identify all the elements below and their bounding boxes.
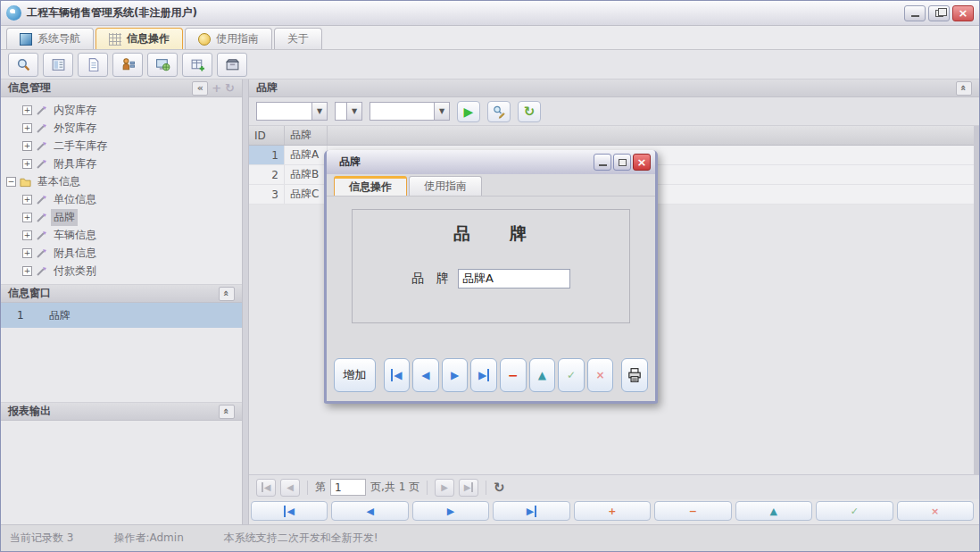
collapse-report-button[interactable]: «: [219, 405, 235, 419]
collapse-content-button[interactable]: «: [956, 81, 972, 96]
nav-first-button[interactable]: ◀: [251, 501, 328, 521]
form-view-button[interactable]: [43, 53, 73, 77]
user-report-button[interactable]: [112, 53, 143, 77]
filter-value-select[interactable]: ▼: [370, 102, 450, 121]
dialog-maximize-button[interactable]: [613, 154, 631, 171]
dialog-next-button[interactable]: ▶: [442, 358, 469, 392]
tree-item-payment-type[interactable]: + 付款类别: [6, 262, 242, 280]
tree-item-basic-info[interactable]: − 基本信息: [6, 172, 242, 190]
brand-field-input[interactable]: [458, 269, 570, 289]
dialog-tab-user-guide[interactable]: 使用指南: [409, 176, 482, 196]
nav-last-button[interactable]: ▶: [493, 501, 569, 521]
table-add-button[interactable]: [182, 53, 212, 77]
expand-icon[interactable]: +: [22, 230, 32, 240]
run-filter-button[interactable]: ▶: [457, 101, 480, 122]
expand-icon[interactable]: +: [22, 123, 32, 133]
collapse-node-icon[interactable]: −: [6, 177, 16, 187]
tree-item-usedcar-stock[interactable]: + 二手车库存: [6, 137, 242, 155]
dialog-first-button[interactable]: ◀: [384, 358, 411, 392]
minimize-button[interactable]: [904, 5, 926, 21]
dialog-title-bar[interactable]: 品牌 ×: [327, 150, 655, 174]
page-number-input[interactable]: [330, 479, 366, 496]
close-button[interactable]: ×: [952, 5, 974, 21]
advanced-search-button[interactable]: [487, 101, 511, 122]
monitor-publish-button[interactable]: [147, 53, 178, 77]
expand-icon[interactable]: +: [22, 159, 32, 169]
tool-icon: [36, 247, 47, 259]
first-record-icon: ◀: [391, 369, 402, 381]
filter-operator-select[interactable]: ▼: [335, 102, 362, 121]
search-icon: [16, 57, 31, 72]
nav-confirm-button[interactable]: ✓: [816, 501, 893, 521]
expand-icon[interactable]: +: [22, 248, 32, 258]
dialog-last-button[interactable]: ▶: [470, 358, 497, 392]
nav-next-button[interactable]: ▶: [412, 501, 489, 521]
filter-field-select[interactable]: ▼: [256, 102, 328, 121]
nav-add-button[interactable]: +: [574, 501, 651, 521]
refresh-icon[interactable]: ↻: [225, 81, 235, 95]
refresh-filter-button[interactable]: ↻: [518, 101, 541, 122]
dialog-delete-button[interactable]: −: [500, 358, 527, 392]
document-button[interactable]: [78, 53, 108, 77]
dialog-prev-button[interactable]: ◀: [412, 358, 439, 392]
chevron-down-icon: ▼: [434, 103, 449, 120]
tree-item-foreign-stock[interactable]: + 外贸库存: [6, 119, 242, 137]
tool-icon: [36, 122, 47, 134]
dialog-print-button[interactable]: [621, 358, 648, 392]
tree-item-domestic-stock[interactable]: + 内贸库存: [6, 101, 242, 119]
search-button[interactable]: [8, 53, 38, 77]
dialog-minimize-button[interactable]: [594, 154, 611, 171]
dialog-confirm-button[interactable]: ✓: [558, 358, 585, 392]
nav-prev-button[interactable]: ◀: [331, 501, 408, 521]
info-window-row[interactable]: 1 品牌: [1, 303, 242, 328]
collapse-left-icon: «: [197, 82, 203, 94]
dialog-close-button[interactable]: ×: [633, 154, 651, 171]
column-header-brand[interactable]: 品牌: [285, 126, 328, 145]
nav-edit-button[interactable]: ▲: [735, 501, 812, 521]
tool-icon: [36, 230, 47, 241]
minimize-icon: [599, 164, 607, 166]
add-button[interactable]: 增加: [334, 358, 376, 392]
next-page-button[interactable]: ▶: [435, 479, 454, 497]
expand-icon[interactable]: +: [22, 195, 32, 205]
dialog-tab-info-operation[interactable]: 信息操作: [334, 176, 407, 196]
nav-cancel-button[interactable]: ×: [897, 501, 974, 521]
tree-item-accessory-stock[interactable]: + 附具库存: [6, 155, 242, 172]
report-output-title: 报表输出: [8, 404, 51, 419]
tab-system-nav[interactable]: 系统导航: [6, 28, 94, 49]
tree-item-vehicle-info[interactable]: + 车辆信息: [6, 226, 242, 244]
divider: [427, 481, 428, 495]
divider: [307, 481, 308, 495]
first-page-button[interactable]: ◀: [256, 479, 276, 497]
expand-icon[interactable]: +: [22, 213, 32, 222]
tool-icon: [36, 158, 47, 170]
collapse-sidebar-button[interactable]: «: [192, 81, 208, 96]
expand-icon[interactable]: +: [22, 141, 32, 151]
expand-icon[interactable]: +: [22, 105, 32, 115]
add-icon[interactable]: +: [212, 81, 221, 95]
tree-item-brand[interactable]: + 品牌: [6, 208, 242, 226]
dialog-cancel-button[interactable]: ×: [587, 358, 614, 392]
expand-icon[interactable]: +: [22, 266, 32, 276]
tab-info-operation[interactable]: 信息操作: [96, 28, 183, 49]
tab-user-guide[interactable]: 使用指南: [185, 28, 272, 49]
last-page-button[interactable]: ▶: [459, 479, 478, 497]
prev-page-button[interactable]: ◀: [280, 479, 300, 497]
grid-icon: [109, 33, 121, 46]
tree-item-unit-info[interactable]: + 单位信息: [6, 190, 242, 208]
splitter[interactable]: [242, 79, 249, 524]
column-header-id[interactable]: ID: [249, 126, 285, 145]
nav-delete-button[interactable]: −: [654, 501, 731, 521]
tree-item-accessory-info[interactable]: + 附具信息: [6, 244, 242, 262]
archive-button[interactable]: [217, 53, 247, 77]
printer-icon: [627, 367, 643, 383]
refresh-grid-icon[interactable]: ↻: [494, 480, 505, 496]
restore-button[interactable]: [928, 5, 950, 21]
column-header-filler: [328, 126, 974, 145]
dialog-edit-button[interactable]: ▲: [529, 358, 556, 392]
collapse-info-window-button[interactable]: «: [219, 287, 235, 301]
last-record-icon: ▶: [527, 506, 536, 517]
page-suffix: 页,共 1 页: [370, 480, 419, 495]
filter-toolbar: ▼ ▼ ▼ ▶ ↻: [249, 97, 979, 126]
tab-about[interactable]: 关于: [274, 28, 322, 49]
